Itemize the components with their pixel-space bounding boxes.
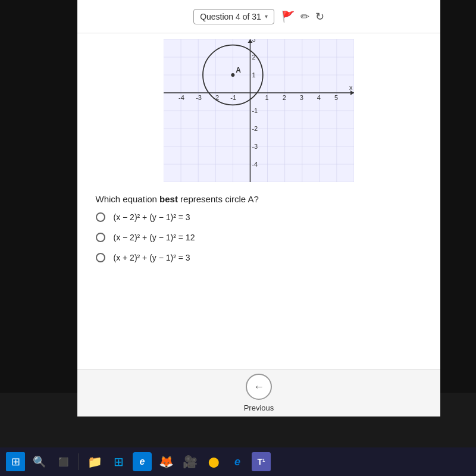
choice-item-2[interactable]: (x − 2)² + (y − 1)² = 12 <box>96 233 422 242</box>
start-button[interactable]: ⊞ <box>6 452 25 471</box>
folder-button[interactable]: 📁 <box>85 452 104 471</box>
start-icon: ⊞ <box>11 455 20 468</box>
graph-canvas <box>164 39 354 182</box>
header-bar: Question 4 of 31 ▾ 🚩 ✏ ↻ <box>77 0 440 33</box>
zoom-icon: 🎥 <box>183 455 198 469</box>
choices-container: (x − 2)² + (y − 1)² = 3 (x − 2)² + (y − … <box>96 212 422 262</box>
graph-container <box>164 39 354 182</box>
search-button[interactable]: 🔍 <box>30 452 49 471</box>
choice-label-3: (x + 2)² + (y − 1)² = 3 <box>114 253 190 262</box>
chrome-icon: ⬤ <box>208 456 219 468</box>
taskbar: ⊞ 🔍 ⬛ 📁 ⊞ e 🦊 🎥 ⬤ e T¹ <box>0 447 476 476</box>
left-dark-panel <box>0 0 77 393</box>
question-dropdown[interactable]: Question 4 of 31 ▾ <box>193 9 274 24</box>
taskbar-separator <box>79 453 79 470</box>
teams-button[interactable]: T¹ <box>252 452 271 471</box>
previous-label: Previous <box>244 403 274 412</box>
edge-icon: e <box>140 456 145 467</box>
previous-arrow-icon: ← <box>253 381 264 393</box>
firefox-button[interactable]: 🦊 <box>156 452 176 471</box>
ie-button[interactable]: e <box>228 452 247 471</box>
choice-item-3[interactable]: (x + 2)² + (y − 1)² = 3 <box>96 253 422 262</box>
folder-icon: 📁 <box>87 455 102 469</box>
choice-label-1: (x − 2)² + (y − 1)² = 3 <box>114 212 190 222</box>
refresh-icon[interactable]: ↻ <box>315 10 324 23</box>
header-icons: 🚩 ✏ ↻ <box>281 10 324 23</box>
question-text-after: represents circle A? <box>178 194 259 204</box>
grid-icon: ⊞ <box>114 455 124 469</box>
teams-icon: T¹ <box>257 457 265 466</box>
taskview-button[interactable]: ⬛ <box>54 452 73 471</box>
choice-label-2: (x − 2)² + (y − 1)² = 12 <box>114 233 195 242</box>
zoom-button[interactable]: 🎥 <box>180 452 199 471</box>
question-bold: best <box>159 194 178 204</box>
dropdown-arrow-icon: ▾ <box>265 13 268 20</box>
navigation-area: ← Previous <box>77 369 440 416</box>
firefox-icon: 🦊 <box>159 455 174 469</box>
pencil-icon[interactable]: ✏ <box>300 10 309 23</box>
choice-item-1[interactable]: (x − 2)² + (y − 1)² = 3 <box>96 212 422 222</box>
taskview-icon: ⬛ <box>58 457 68 466</box>
flag-icon[interactable]: 🚩 <box>281 10 295 23</box>
search-icon: 🔍 <box>33 455 46 468</box>
main-content: Question 4 of 31 ▾ 🚩 ✏ ↻ Which equation … <box>77 0 440 393</box>
radio-1[interactable] <box>96 212 105 222</box>
radio-3[interactable] <box>96 253 105 262</box>
ie-icon: e <box>234 456 240 468</box>
grid-button[interactable]: ⊞ <box>109 452 128 471</box>
chrome-button[interactable]: ⬤ <box>204 452 223 471</box>
question-label: Question 4 of 31 <box>200 12 261 21</box>
previous-button[interactable]: ← <box>246 374 272 400</box>
right-dark-panel <box>440 0 476 393</box>
question-text: Which equation best represents circle A? <box>96 193 422 206</box>
radio-2[interactable] <box>96 233 105 242</box>
question-text-before: Which equation <box>96 194 160 204</box>
edge-button[interactable]: e <box>133 452 152 471</box>
